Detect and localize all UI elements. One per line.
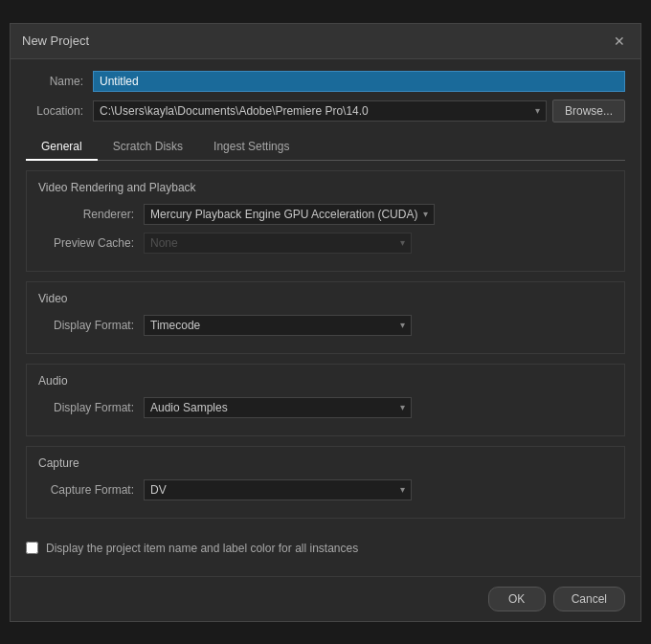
renderer-value: Mercury Playback Engine GPU Acceleration…: [150, 208, 417, 221]
location-label: Location:: [26, 104, 93, 118]
audio-display-format-select[interactable]: Audio Samples ▾: [144, 397, 412, 418]
video-display-format-row: Display Format: Timecode ▾: [38, 315, 613, 336]
capture-title: Capture: [38, 456, 613, 470]
audio-section: Audio Display Format: Audio Samples ▾: [26, 364, 625, 436]
capture-section: Capture Capture Format: DV ▾: [26, 446, 625, 519]
tab-general[interactable]: General: [26, 134, 98, 161]
label-color-label: Display the project item name and label …: [46, 542, 358, 555]
renderer-dropdown-icon: ▾: [423, 209, 428, 219]
tab-ingest-settings[interactable]: Ingest Settings: [198, 134, 304, 161]
name-input[interactable]: [93, 71, 625, 92]
preview-cache-select[interactable]: None ▾: [144, 233, 412, 254]
preview-cache-dropdown-icon: ▾: [400, 237, 405, 248]
audio-title: Audio: [38, 374, 613, 388]
renderer-select[interactable]: Mercury Playback Engine GPU Acceleration…: [144, 204, 435, 225]
video-display-format-icon: ▾: [400, 320, 405, 330]
video-title: Video: [38, 292, 613, 305]
preview-cache-value: None: [150, 236, 394, 250]
capture-format-select[interactable]: DV ▾: [144, 479, 412, 500]
capture-format-row: Capture Format: DV ▾: [38, 479, 613, 500]
video-rendering-section: Video Rendering and Playback Renderer: M…: [26, 170, 625, 272]
location-input-wrapper: ▾: [93, 100, 547, 122]
new-project-dialog: New Project ✕ Name: Location: ▾ Browse..…: [10, 23, 641, 622]
tabs: General Scratch Disks Ingest Settings: [26, 134, 625, 161]
tab-scratch-disks[interactable]: Scratch Disks: [98, 134, 198, 161]
video-rendering-title: Video Rendering and Playback: [38, 181, 613, 194]
audio-display-format-label: Display Format:: [38, 401, 144, 414]
label-color-checkbox[interactable]: [26, 542, 38, 554]
capture-format-label: Capture Format:: [38, 483, 144, 497]
video-display-format-select[interactable]: Timecode ▾: [144, 315, 412, 336]
title-bar: New Project ✕: [11, 24, 640, 59]
location-input[interactable]: [94, 101, 529, 121]
location-row: Location: ▾ Browse...: [26, 100, 625, 122]
location-dropdown-icon[interactable]: ▾: [529, 102, 546, 119]
video-display-format-value: Timecode: [150, 319, 394, 332]
dialog-title: New Project: [22, 33, 89, 48]
capture-format-value: DV: [150, 483, 394, 497]
name-label: Name:: [26, 75, 93, 88]
dialog-footer: OK Cancel: [11, 576, 640, 621]
video-display-format-label: Display Format:: [38, 319, 144, 332]
video-section: Video Display Format: Timecode ▾: [26, 281, 625, 354]
close-button[interactable]: ✕: [610, 32, 629, 51]
audio-display-format-value: Audio Samples: [150, 401, 394, 414]
ok-button[interactable]: OK: [488, 587, 546, 611]
renderer-label: Renderer:: [38, 208, 144, 221]
preview-cache-label: Preview Cache:: [38, 236, 144, 250]
audio-display-format-row: Display Format: Audio Samples ▾: [38, 397, 613, 418]
cancel-button[interactable]: Cancel: [553, 587, 625, 611]
preview-cache-row: Preview Cache: None ▾: [38, 233, 613, 254]
audio-display-format-icon: ▾: [400, 402, 405, 412]
browse-button[interactable]: Browse...: [552, 100, 625, 122]
dialog-body: Name: Location: ▾ Browse... General Scra…: [11, 59, 640, 576]
checkbox-row: Display the project item name and label …: [26, 532, 625, 565]
renderer-row: Renderer: Mercury Playback Engine GPU Ac…: [38, 204, 613, 225]
capture-format-icon: ▾: [400, 484, 405, 495]
name-row: Name:: [26, 71, 625, 92]
